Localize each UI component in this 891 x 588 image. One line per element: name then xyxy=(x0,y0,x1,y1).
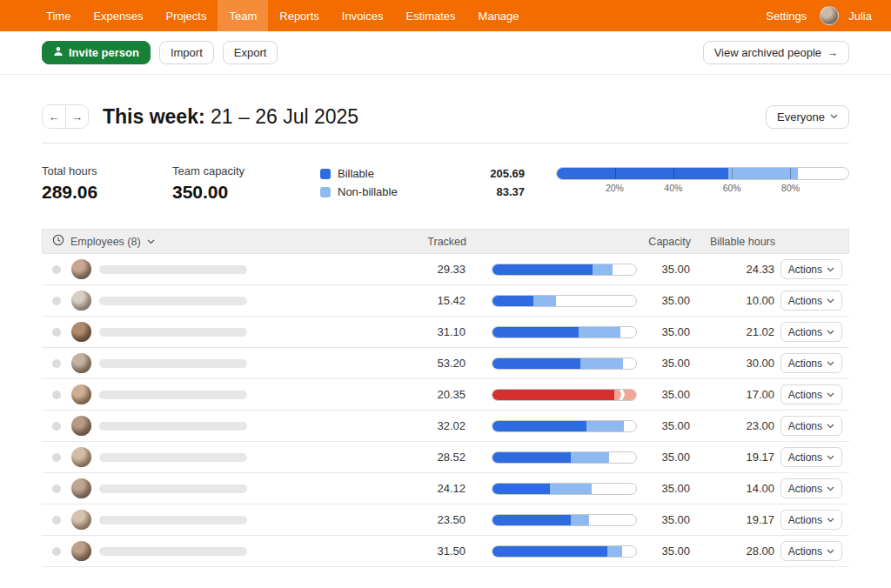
avatar xyxy=(71,322,91,342)
nav-item-manage[interactable]: Manage xyxy=(467,0,531,31)
actions-label: Actions xyxy=(788,295,822,307)
employee-cell[interactable] xyxy=(42,447,364,467)
actions-dropdown-button[interactable]: Actions xyxy=(780,353,842,373)
table-row: 24.1235.0014.00Actions xyxy=(42,473,849,504)
actions-dropdown-button[interactable]: Actions xyxy=(780,259,842,279)
actions-dropdown-button[interactable]: Actions xyxy=(780,384,842,404)
actions-label: Actions xyxy=(788,451,822,464)
actions-dropdown-button[interactable]: Actions xyxy=(780,510,842,530)
tracked-hours: 31.50 xyxy=(364,545,466,558)
row-bar-cell xyxy=(466,451,637,464)
status-dot xyxy=(52,328,61,337)
view-archived-people-button[interactable]: View archived people → xyxy=(703,41,849,64)
chevron-down-icon xyxy=(827,298,834,304)
nonbillable-segment xyxy=(579,327,620,337)
column-header-capacity: Capacity xyxy=(638,236,691,248)
employee-name-placeholder xyxy=(99,265,247,274)
capacity-hours: 35.00 xyxy=(637,419,690,432)
employee-cell[interactable] xyxy=(42,416,364,436)
actions-dropdown-button[interactable]: Actions xyxy=(780,541,842,561)
legend-swatch xyxy=(320,187,331,197)
nonbillable-segment xyxy=(571,452,609,463)
user-avatar[interactable] xyxy=(820,6,839,25)
nav-item-time[interactable]: Time xyxy=(35,0,82,31)
actions-dropdown-button[interactable]: Actions xyxy=(780,447,842,467)
page-title-range: 21 – 26 Jul 2025 xyxy=(211,105,358,128)
tracked-progress-bar xyxy=(492,264,637,276)
row-bar-cell xyxy=(466,264,637,276)
prev-week-button[interactable]: ← xyxy=(43,105,65,128)
legend-swatch xyxy=(320,169,331,179)
people-filter-dropdown[interactable]: Everyone xyxy=(766,105,849,129)
chevron-down-icon xyxy=(827,518,834,523)
nav-item-settings[interactable]: Settings xyxy=(760,10,812,23)
employee-name-placeholder xyxy=(99,547,247,556)
billable-segment xyxy=(492,421,586,431)
table-row: 31.5035.0028.00Actions xyxy=(42,536,849,567)
nav-item-estimates[interactable]: Estimates xyxy=(395,0,467,31)
import-button[interactable]: Import xyxy=(159,41,214,64)
actions-dropdown-button[interactable]: Actions xyxy=(780,478,842,498)
tracked-hours: 53.20 xyxy=(364,357,466,370)
nav-item-projects[interactable]: Projects xyxy=(155,0,218,31)
next-week-button[interactable]: → xyxy=(65,105,88,128)
top-nav: TimeExpensesProjectsTeamReportsInvoicesE… xyxy=(0,0,891,31)
row-bar-cell xyxy=(466,420,637,432)
employee-name-placeholder xyxy=(99,297,247,305)
nonbillable-segment xyxy=(580,358,624,369)
legend-label: Billable xyxy=(338,167,374,180)
nonbillable-segment xyxy=(571,515,588,525)
user-name[interactable]: Julia xyxy=(847,10,872,23)
employees-group-toggle[interactable]: Employees (8) xyxy=(43,234,365,249)
actions-cell: Actions xyxy=(774,541,849,561)
table-row: 53.2035.0030.00Actions xyxy=(42,348,849,379)
table-row: 20.3535.0017.00Actions xyxy=(42,379,849,411)
employee-cell[interactable] xyxy=(42,322,364,342)
actions-dropdown-button[interactable]: Actions xyxy=(780,322,842,342)
chevron-down-icon xyxy=(827,486,834,491)
capacity-hours: 35.00 xyxy=(637,294,690,307)
billable-segment xyxy=(492,327,579,337)
actions-label: Actions xyxy=(788,326,822,338)
actions-cell: Actions xyxy=(774,353,849,373)
employee-cell[interactable] xyxy=(42,291,364,311)
nav-item-expenses[interactable]: Expenses xyxy=(82,0,154,31)
actions-label: Actions xyxy=(788,483,822,495)
tracked-hours: 23.50 xyxy=(364,513,466,526)
nav-item-reports[interactable]: Reports xyxy=(268,0,331,31)
actions-label: Actions xyxy=(788,389,822,401)
actions-dropdown-button[interactable]: Actions xyxy=(780,416,842,436)
invite-person-button[interactable]: Invite person xyxy=(42,41,151,64)
employee-cell[interactable] xyxy=(42,510,364,530)
tick-line xyxy=(615,168,616,179)
actions-dropdown-button[interactable]: Actions xyxy=(780,291,842,311)
nav-item-invoices[interactable]: Invoices xyxy=(331,0,395,31)
actions-cell: Actions xyxy=(774,291,849,311)
capacity-hours: 35.00 xyxy=(637,545,690,558)
billable-legend: BillableNon-billable xyxy=(320,164,451,201)
actions-label: Actions xyxy=(788,264,822,276)
employee-cell[interactable] xyxy=(42,259,364,279)
employee-cell[interactable] xyxy=(42,384,364,404)
export-button[interactable]: Export xyxy=(223,41,278,64)
avatar xyxy=(71,478,91,498)
avatar xyxy=(71,541,91,561)
tracked-progress-bar xyxy=(492,420,637,432)
tick-label: 80% xyxy=(781,183,800,193)
nonbillable-segment xyxy=(586,421,624,431)
employee-cell[interactable] xyxy=(42,541,364,561)
divider xyxy=(42,143,849,144)
page-title: This week: 21 – 26 Jul 2025 xyxy=(103,105,358,129)
tracked-progress-bar xyxy=(492,483,637,495)
employee-cell[interactable] xyxy=(42,353,364,373)
billable-segment xyxy=(492,484,550,494)
capacity-hours: 35.00 xyxy=(637,513,690,526)
tracked-hours: 24.12 xyxy=(364,482,466,495)
row-bar-cell xyxy=(466,389,637,401)
status-dot xyxy=(52,359,61,368)
total-hours-value: 289.06 xyxy=(42,182,172,203)
week-pager: ← → xyxy=(42,104,89,129)
nav-item-team[interactable]: Team xyxy=(218,0,268,31)
employee-cell[interactable] xyxy=(42,478,364,498)
billable-segment xyxy=(492,296,533,306)
